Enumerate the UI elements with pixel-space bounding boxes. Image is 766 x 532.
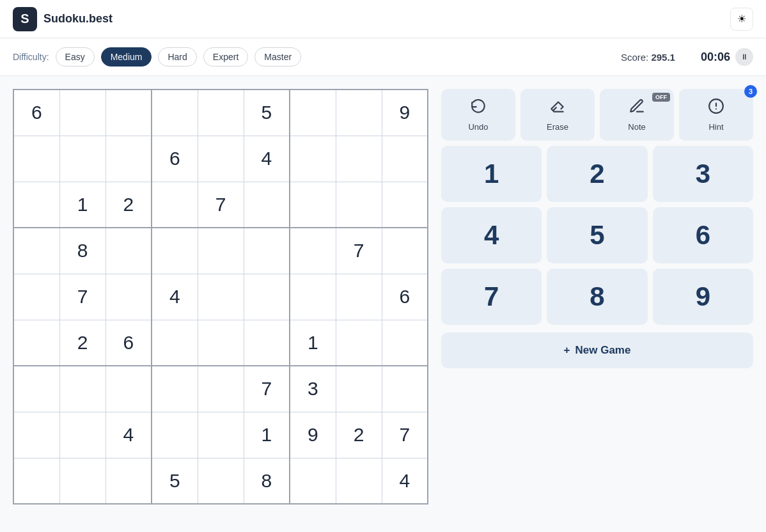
cell-5-8[interactable] <box>382 320 428 366</box>
cell-4-1[interactable]: 7 <box>59 274 106 320</box>
cell-6-3[interactable] <box>152 366 198 412</box>
num-button-9[interactable]: 9 <box>653 269 753 325</box>
num-button-3[interactable]: 3 <box>653 146 753 202</box>
cell-0-1[interactable] <box>59 90 106 136</box>
new-game-button[interactable]: + New Game <box>441 332 753 368</box>
cell-2-6[interactable] <box>290 182 336 228</box>
num-button-7[interactable]: 7 <box>441 269 542 325</box>
cell-3-5[interactable] <box>244 228 290 274</box>
cell-2-5[interactable] <box>244 182 290 228</box>
cell-8-3[interactable]: 5 <box>152 458 198 504</box>
cell-7-3[interactable] <box>152 412 198 458</box>
cell-1-1[interactable] <box>59 136 106 182</box>
cell-7-8[interactable]: 7 <box>382 412 428 458</box>
num-button-6[interactable]: 6 <box>653 207 753 263</box>
cell-8-8[interactable]: 4 <box>382 458 428 504</box>
cell-6-8[interactable] <box>382 366 428 412</box>
difficulty-easy[interactable]: Easy <box>56 47 95 66</box>
cell-8-5[interactable]: 8 <box>244 458 290 504</box>
num-button-2[interactable]: 2 <box>547 146 647 202</box>
cell-8-1[interactable] <box>59 458 106 504</box>
difficulty-expert[interactable]: Expert <box>203 47 248 66</box>
difficulty-medium[interactable]: Medium <box>101 47 152 66</box>
cell-1-3[interactable]: 6 <box>152 136 198 182</box>
cell-3-1[interactable]: 8 <box>59 228 106 274</box>
undo-button[interactable]: Undo <box>441 89 515 141</box>
cell-3-3[interactable] <box>152 228 198 274</box>
cell-8-7[interactable] <box>336 458 382 504</box>
pause-button[interactable]: ⏸ <box>735 48 753 66</box>
cell-4-0[interactable] <box>13 274 59 320</box>
cell-2-3[interactable] <box>152 182 198 228</box>
cell-8-0[interactable] <box>13 458 59 504</box>
cell-6-4[interactable] <box>198 366 244 412</box>
cell-5-0[interactable] <box>13 320 59 366</box>
cell-0-8[interactable]: 9 <box>382 90 428 136</box>
cell-8-6[interactable] <box>290 458 336 504</box>
cell-2-0[interactable] <box>13 182 59 228</box>
cell-3-2[interactable] <box>106 228 152 274</box>
cell-1-7[interactable] <box>336 136 382 182</box>
cell-4-2[interactable] <box>106 274 152 320</box>
cell-4-4[interactable] <box>198 274 244 320</box>
cell-8-2[interactable] <box>106 458 152 504</box>
cell-4-7[interactable] <box>336 274 382 320</box>
cell-1-6[interactable] <box>290 136 336 182</box>
cell-6-7[interactable] <box>336 366 382 412</box>
cell-1-2[interactable] <box>106 136 152 182</box>
cell-7-2[interactable]: 4 <box>106 412 152 458</box>
num-button-5[interactable]: 5 <box>547 207 647 263</box>
note-button[interactable]: NoteOFF <box>600 89 674 141</box>
cell-5-3[interactable] <box>152 320 198 366</box>
cell-0-7[interactable] <box>336 90 382 136</box>
difficulty-master[interactable]: Master <box>254 47 301 66</box>
cell-4-5[interactable] <box>244 274 290 320</box>
cell-3-4[interactable] <box>198 228 244 274</box>
cell-7-4[interactable] <box>198 412 244 458</box>
erase-button[interactable]: Erase <box>520 89 595 141</box>
cell-1-5[interactable]: 4 <box>244 136 290 182</box>
cell-6-5[interactable]: 7 <box>244 366 290 412</box>
cell-2-1[interactable]: 1 <box>59 182 106 228</box>
cell-1-4[interactable] <box>198 136 244 182</box>
cell-3-0[interactable] <box>13 228 59 274</box>
cell-0-3[interactable] <box>152 90 198 136</box>
cell-7-7[interactable]: 2 <box>336 412 382 458</box>
cell-5-2[interactable]: 6 <box>106 320 152 366</box>
cell-5-1[interactable]: 2 <box>59 320 106 366</box>
cell-1-8[interactable] <box>382 136 428 182</box>
num-button-1[interactable]: 1 <box>441 146 542 202</box>
cell-3-6[interactable] <box>290 228 336 274</box>
cell-5-5[interactable] <box>244 320 290 366</box>
cell-3-7[interactable]: 7 <box>336 228 382 274</box>
cell-3-8[interactable] <box>382 228 428 274</box>
cell-5-7[interactable] <box>336 320 382 366</box>
cell-2-2[interactable]: 2 <box>106 182 152 228</box>
cell-7-6[interactable]: 9 <box>290 412 336 458</box>
cell-8-4[interactable] <box>198 458 244 504</box>
cell-7-5[interactable]: 1 <box>244 412 290 458</box>
cell-2-8[interactable] <box>382 182 428 228</box>
cell-4-6[interactable] <box>290 274 336 320</box>
num-button-8[interactable]: 8 <box>547 269 647 325</box>
difficulty-hard[interactable]: Hard <box>158 47 196 66</box>
cell-5-4[interactable] <box>198 320 244 366</box>
cell-0-2[interactable] <box>106 90 152 136</box>
cell-2-4[interactable]: 7 <box>198 182 244 228</box>
cell-1-0[interactable] <box>13 136 59 182</box>
cell-4-8[interactable]: 6 <box>382 274 428 320</box>
cell-6-2[interactable] <box>106 366 152 412</box>
theme-toggle-button[interactable]: ☀ <box>730 8 753 31</box>
cell-0-0[interactable]: 6 <box>13 90 59 136</box>
cell-4-3[interactable]: 4 <box>152 274 198 320</box>
cell-7-1[interactable] <box>59 412 106 458</box>
cell-6-1[interactable] <box>59 366 106 412</box>
hint-button[interactable]: Hint3 <box>679 89 753 141</box>
cell-5-6[interactable]: 1 <box>290 320 336 366</box>
num-button-4[interactable]: 4 <box>441 207 542 263</box>
cell-2-7[interactable] <box>336 182 382 228</box>
cell-6-0[interactable] <box>13 366 59 412</box>
cell-0-6[interactable] <box>290 90 336 136</box>
cell-6-6[interactable]: 3 <box>290 366 336 412</box>
cell-0-5[interactable]: 5 <box>244 90 290 136</box>
